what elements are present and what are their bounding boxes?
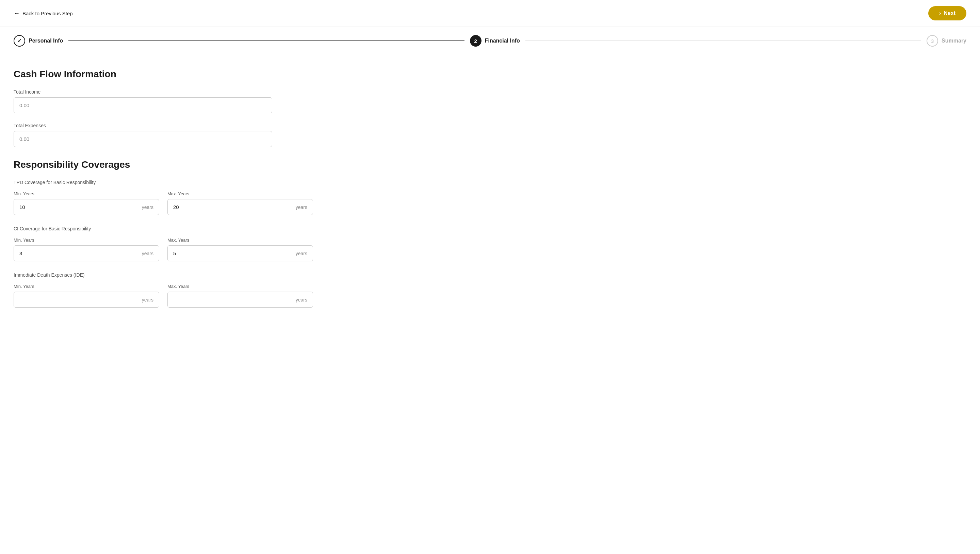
ide-max-col: Max. Years years — [167, 284, 313, 307]
ide-coverage-label: Immediate Death Expenses (IDE) — [14, 272, 313, 278]
step-3-number: 3 — [931, 38, 934, 44]
tpd-coverage-label: TPD Coverage for Basic Responsibility — [14, 180, 313, 185]
ci-coverage-section: CI Coverage for Basic Responsibility Min… — [14, 226, 313, 261]
back-button[interactable]: ← Back to Previous Step — [14, 10, 73, 17]
ide-max-input-wrap: years — [167, 291, 313, 307]
ci-years-row: Min. Years years Max. Years years — [14, 237, 313, 261]
top-navigation: ← Back to Previous Step › Next — [0, 0, 980, 27]
step-personal-info: ✓ Personal Info — [14, 35, 63, 47]
ci-min-input-wrap: years — [14, 245, 159, 261]
check-icon: ✓ — [18, 38, 22, 44]
total-income-group: Total Income — [14, 89, 313, 113]
main-content: Cash Flow Information Total Income Total… — [0, 55, 327, 332]
ci-min-input[interactable] — [14, 246, 137, 261]
total-expenses-label: Total Expenses — [14, 123, 313, 128]
next-button[interactable]: › Next — [928, 6, 966, 21]
arrow-left-icon: ← — [14, 10, 20, 17]
total-income-input[interactable] — [14, 97, 272, 113]
step-financial-info: 2 Financial Info — [470, 35, 520, 47]
ide-min-input-wrap: years — [14, 291, 159, 307]
tpd-max-input[interactable] — [168, 199, 290, 215]
ci-max-col: Max. Years years — [167, 237, 313, 261]
step-2-number: 2 — [474, 38, 477, 44]
ide-min-col: Min. Years years — [14, 284, 159, 307]
step-3-label: Summary — [942, 38, 966, 44]
step-3-circle: 3 — [927, 35, 938, 47]
step-line-2 — [525, 40, 921, 41]
total-expenses-group: Total Expenses — [14, 123, 313, 147]
next-label: Next — [943, 10, 956, 16]
step-line-1 — [68, 40, 464, 41]
step-summary: 3 Summary — [927, 35, 966, 47]
step-2-circle: 2 — [470, 35, 482, 47]
ci-min-suffix: years — [137, 246, 159, 261]
ide-years-row: Min. Years years Max. Years years — [14, 284, 313, 307]
ci-max-suffix: years — [290, 246, 313, 261]
tpd-min-suffix: years — [137, 200, 159, 215]
tpd-min-input-wrap: years — [14, 199, 159, 215]
tpd-min-col: Min. Years years — [14, 191, 159, 215]
total-expenses-input[interactable] — [14, 131, 272, 147]
tpd-max-col: Max. Years years — [167, 191, 313, 215]
tpd-coverage-section: TPD Coverage for Basic Responsibility Mi… — [14, 180, 313, 215]
total-income-label: Total Income — [14, 89, 313, 95]
ide-max-label: Max. Years — [167, 284, 313, 289]
ci-coverage-label: CI Coverage for Basic Responsibility — [14, 226, 313, 231]
chevron-right-icon: › — [939, 10, 941, 16]
ide-min-suffix: years — [137, 292, 159, 307]
ci-max-label: Max. Years — [167, 237, 313, 243]
ci-max-input-wrap: years — [167, 245, 313, 261]
step-2-label: Financial Info — [485, 38, 520, 44]
ide-max-input[interactable] — [168, 292, 290, 307]
cashflow-title: Cash Flow Information — [14, 69, 313, 80]
ide-min-input[interactable] — [14, 292, 137, 307]
ci-min-col: Min. Years years — [14, 237, 159, 261]
tpd-min-input[interactable] — [14, 199, 137, 215]
tpd-max-input-wrap: years — [167, 199, 313, 215]
tpd-max-suffix: years — [290, 200, 313, 215]
stepper: ✓ Personal Info 2 Financial Info 3 Summa… — [0, 27, 980, 55]
tpd-years-row: Min. Years years Max. Years years — [14, 191, 313, 215]
responsibility-title: Responsibility Coverages — [14, 159, 313, 170]
step-1-circle: ✓ — [14, 35, 25, 47]
ci-max-input[interactable] — [168, 246, 290, 261]
tpd-max-label: Max. Years — [167, 191, 313, 196]
ide-max-suffix: years — [290, 292, 313, 307]
back-label: Back to Previous Step — [22, 11, 73, 16]
step-1-label: Personal Info — [29, 38, 63, 44]
tpd-min-label: Min. Years — [14, 191, 159, 196]
ide-coverage-section: Immediate Death Expenses (IDE) Min. Year… — [14, 272, 313, 307]
ci-min-label: Min. Years — [14, 237, 159, 243]
section-divider: Responsibility Coverages — [14, 159, 313, 170]
ide-min-label: Min. Years — [14, 284, 159, 289]
